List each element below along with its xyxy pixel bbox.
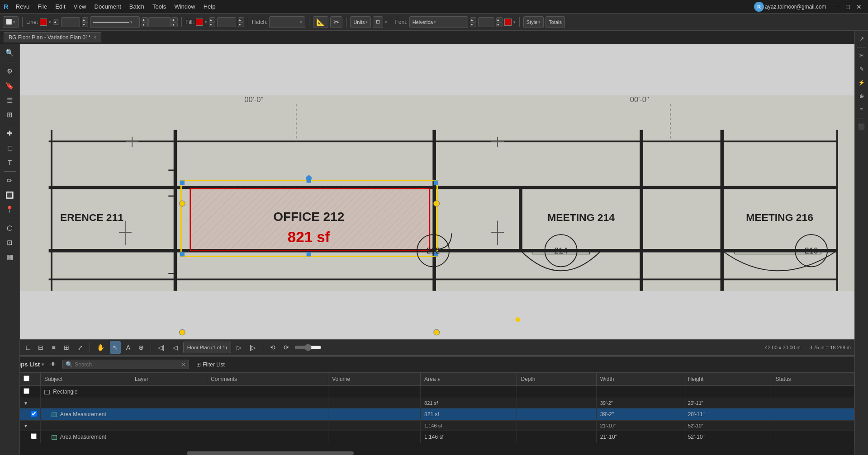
col-layer[interactable]: Layer — [131, 373, 207, 386]
width-up[interactable]: ▲ — [142, 17, 148, 22]
right-tool-6[interactable]: ≡ — [856, 103, 867, 116]
first-page-button[interactable]: ◁| — [155, 341, 167, 354]
right-tool-5[interactable]: ⊕ — [856, 90, 867, 103]
child2-checkbox-cell[interactable] — [20, 431, 41, 443]
search-input[interactable] — [75, 361, 180, 368]
fontsize-down2[interactable]: ▼ — [496, 22, 503, 27]
col-height[interactable]: Height — [684, 373, 772, 386]
col-comments[interactable]: Comments — [207, 373, 328, 386]
properties-button[interactable]: ⚙ — [2, 65, 18, 78]
visibility-button[interactable]: 👁 — [47, 360, 59, 369]
tab-floor-plan[interactable]: BG Floor Plan - Variation Plan 01* × — [4, 32, 101, 42]
font-size-input[interactable]: 12 — [478, 17, 494, 27]
child2-checkbox[interactable] — [31, 433, 37, 439]
markups-content[interactable]: Subject Layer Comments Volume Area ▲ Dep… — [20, 373, 854, 455]
fill-pct-down2[interactable]: ▼ — [238, 22, 244, 27]
fill-pct-up2[interactable]: ▲ — [238, 17, 244, 22]
bookmarks-button[interactable]: 🔖 — [2, 79, 18, 93]
last-page-button[interactable]: |▷ — [247, 341, 259, 354]
font-selector[interactable]: Helvetica ▾ — [409, 16, 468, 28]
width-down[interactable]: ▼ — [142, 22, 148, 27]
redo-button[interactable]: ⟳ — [281, 341, 292, 354]
totals-button[interactable]: Totals — [545, 16, 565, 28]
menu-window[interactable]: Window — [171, 2, 199, 11]
select-all-button[interactable]: □ — [24, 341, 33, 354]
menu-view[interactable]: View — [70, 2, 90, 11]
fontsize-up2[interactable]: ▲ — [496, 17, 503, 22]
add-column-button[interactable]: ⊞ — [61, 341, 72, 354]
prev-page-button[interactable]: ◁ — [170, 341, 180, 354]
list-view-button[interactable]: ≡ — [49, 341, 58, 354]
table-row-child2[interactable]: Area Measurement 1,146 sf 21'-10" 52'-10… — [20, 431, 854, 443]
right-tool-3[interactable]: ✎ — [856, 63, 867, 75]
right-tool-2[interactable]: ✂ — [856, 49, 867, 62]
menu-file[interactable]: File — [34, 2, 51, 11]
line-thickness-selector[interactable]: ▾ — [90, 16, 140, 28]
font-color-box[interactable] — [504, 19, 512, 26]
thumbnails-button[interactable]: ⊞ — [2, 108, 18, 122]
group2-expand-cell[interactable]: ▼ — [20, 421, 41, 431]
fontsize-up[interactable]: ▲ — [470, 17, 476, 22]
hatch-selector[interactable]: ▾ — [269, 16, 305, 28]
line-pct-up[interactable]: ▲ — [82, 17, 88, 22]
snap-button[interactable]: ✂ — [330, 16, 342, 28]
row-checkbox[interactable] — [24, 388, 29, 394]
table-row-group2[interactable]: ▼ 1,146 sf 21'-10" 52'-10" — [20, 421, 854, 431]
grid-view-button[interactable]: ⊟ — [35, 341, 46, 354]
right-tool-4[interactable]: ⚡ — [856, 76, 867, 89]
fill-pct-input[interactable]: 100% — [217, 17, 236, 27]
fill-color-box[interactable] — [196, 19, 203, 26]
pan-tool-button[interactable]: ✋ — [94, 341, 107, 354]
menu-document[interactable]: Document — [91, 2, 125, 11]
line-pct-input[interactable]: 100% — [61, 17, 80, 27]
search-sidebar-button[interactable]: 🔍 — [2, 46, 18, 60]
line-pct-up[interactable]: ▲ — [53, 19, 59, 25]
horizontal-scrollbar[interactable] — [20, 451, 854, 455]
col-depth[interactable]: Depth — [517, 373, 596, 386]
menu-tools[interactable]: Tools — [149, 2, 170, 11]
text-tool-sidebar[interactable]: T — [2, 155, 18, 169]
layers-button[interactable]: ☰ — [2, 94, 18, 107]
markup-tool[interactable]: ✏ — [2, 174, 18, 188]
child-checkbox-cell[interactable] — [20, 408, 41, 421]
zoom-tool-button[interactable]: ⊕ — [136, 341, 147, 354]
right-tool-1[interactable]: ↗ — [856, 33, 867, 45]
3d-tool[interactable]: ⬡ — [2, 221, 18, 235]
line-pct-down[interactable]: ▼ — [82, 22, 88, 27]
scroll-thumb[interactable] — [187, 451, 354, 455]
custom-tool[interactable]: ▦ — [2, 250, 18, 264]
stamp-tool[interactable]: 🔳 — [2, 188, 18, 202]
calibrate-button[interactable]: 📐 — [313, 16, 328, 28]
search-clear-icon[interactable]: ✕ — [181, 361, 186, 368]
shape-tool[interactable]: ◻ — [2, 141, 18, 155]
right-tool-7[interactable]: ⬛ — [856, 120, 867, 133]
fill-pct-up[interactable]: ▲ — [209, 17, 215, 22]
menu-help[interactable]: Help — [200, 2, 219, 11]
tab-close-button[interactable]: × — [93, 34, 96, 41]
text-tool-button[interactable]: A — [123, 341, 133, 354]
table-row-selected[interactable]: Area Measurement 821 sf 39'-2" 20'-11" — [20, 408, 854, 421]
line-color-box[interactable] — [40, 19, 47, 26]
style-button[interactable]: Style ▾ — [523, 16, 544, 28]
close-button[interactable]: ✕ — [854, 2, 864, 11]
select-all-checkbox[interactable] — [24, 375, 29, 381]
col-volume[interactable]: Volume — [328, 373, 421, 386]
col-subject[interactable]: Subject — [41, 373, 131, 386]
contrast-slider[interactable] — [294, 344, 322, 351]
expand-arrow2-icon[interactable]: ▼ — [24, 423, 28, 428]
shape-button[interactable]: ⬜ ▾ — [3, 16, 19, 28]
menu-batch[interactable]: Batch — [126, 2, 148, 11]
lw-down[interactable]: ▼ — [171, 22, 178, 27]
pin-tool[interactable]: 📍 — [2, 203, 18, 216]
lw-up[interactable]: ▲ — [171, 17, 178, 22]
view-button[interactable]: ⊞ — [373, 16, 383, 28]
fill-pct-down[interactable]: ▼ — [209, 22, 215, 27]
expand-arrow-icon[interactable]: ▼ — [24, 401, 28, 406]
units-button[interactable]: Units ▾ — [350, 16, 371, 28]
group-expand-cell[interactable]: ▼ — [20, 398, 41, 408]
col-width[interactable]: Width — [596, 373, 684, 386]
maximize-button[interactable]: □ — [844, 2, 853, 11]
menu-edit[interactable]: Edit — [52, 2, 69, 11]
table-row[interactable]: Rectangle — [20, 386, 854, 398]
import-button[interactable]: ⤤ — [75, 341, 85, 354]
